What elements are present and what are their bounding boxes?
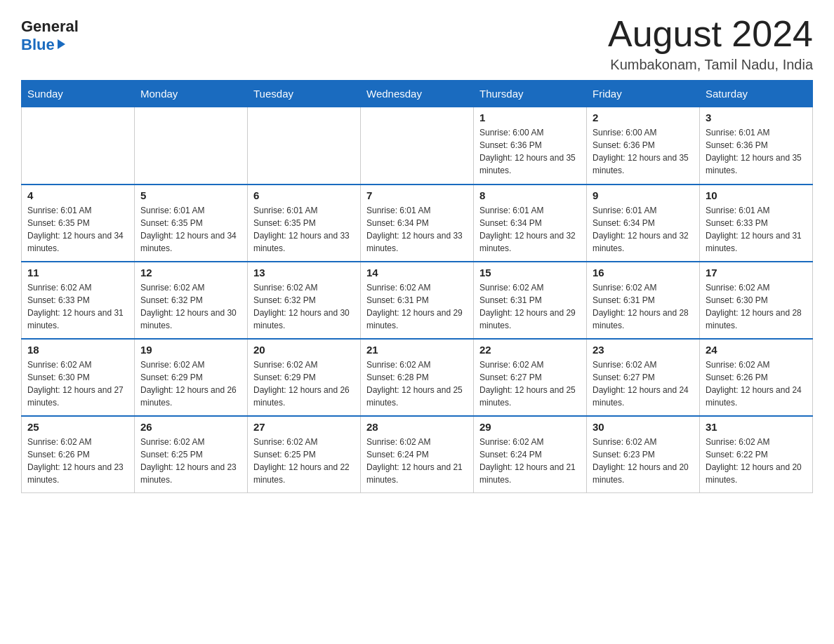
day-info: Sunrise: 6:02 AM Sunset: 6:29 PM Dayligh…	[253, 358, 355, 409]
day-number: 18	[27, 344, 128, 356]
title-area: August 2024 Kumbakonam, Tamil Nadu, Indi…	[608, 14, 813, 73]
calendar-week-row: 25Sunrise: 6:02 AM Sunset: 6:26 PM Dayli…	[22, 416, 813, 493]
day-info: Sunrise: 6:01 AM Sunset: 6:35 PM Dayligh…	[27, 204, 128, 255]
calendar-cell: 8Sunrise: 6:01 AM Sunset: 6:34 PM Daylig…	[474, 185, 587, 262]
calendar-cell: 4Sunrise: 6:01 AM Sunset: 6:35 PM Daylig…	[22, 185, 135, 262]
day-number: 9	[593, 189, 694, 201]
calendar-cell: 9Sunrise: 6:01 AM Sunset: 6:34 PM Daylig…	[587, 185, 700, 262]
day-info: Sunrise: 6:01 AM Sunset: 6:35 PM Dayligh…	[140, 204, 241, 255]
calendar-cell: 12Sunrise: 6:02 AM Sunset: 6:32 PM Dayli…	[135, 262, 248, 339]
day-info: Sunrise: 6:02 AM Sunset: 6:27 PM Dayligh…	[479, 358, 581, 409]
calendar-cell: 6Sunrise: 6:01 AM Sunset: 6:35 PM Daylig…	[248, 185, 361, 262]
day-number: 10	[706, 189, 807, 201]
calendar-cell: 30Sunrise: 6:02 AM Sunset: 6:23 PM Dayli…	[587, 416, 700, 493]
day-info: Sunrise: 6:02 AM Sunset: 6:28 PM Dayligh…	[366, 358, 468, 409]
day-info: Sunrise: 6:02 AM Sunset: 6:31 PM Dayligh…	[593, 281, 694, 332]
calendar-cell: 29Sunrise: 6:02 AM Sunset: 6:24 PM Dayli…	[474, 416, 587, 493]
day-info: Sunrise: 6:02 AM Sunset: 6:29 PM Dayligh…	[140, 358, 241, 409]
day-number: 6	[253, 189, 355, 201]
header-tuesday: Tuesday	[248, 81, 361, 107]
day-info: Sunrise: 6:02 AM Sunset: 6:26 PM Dayligh…	[27, 436, 128, 486]
calendar-week-row: 4Sunrise: 6:01 AM Sunset: 6:35 PM Daylig…	[22, 185, 813, 262]
header-saturday: Saturday	[700, 81, 813, 107]
header: General Blue August 2024 Kumbakonam, Tam…	[21, 14, 813, 73]
day-info: Sunrise: 6:02 AM Sunset: 6:25 PM Dayligh…	[140, 436, 241, 486]
day-number: 2	[593, 112, 694, 123]
day-info: Sunrise: 6:02 AM Sunset: 6:32 PM Dayligh…	[140, 281, 241, 332]
day-info: Sunrise: 6:02 AM Sunset: 6:27 PM Dayligh…	[593, 358, 694, 409]
header-friday: Friday	[587, 81, 700, 107]
day-number: 22	[479, 344, 581, 356]
logo-blue-text: Blue	[21, 36, 65, 54]
day-number: 1	[479, 112, 581, 123]
calendar-cell: 22Sunrise: 6:02 AM Sunset: 6:27 PM Dayli…	[474, 339, 587, 416]
day-number: 26	[140, 421, 241, 433]
day-number: 12	[140, 267, 241, 279]
day-info: Sunrise: 6:02 AM Sunset: 6:30 PM Dayligh…	[27, 358, 128, 409]
day-number: 29	[479, 421, 581, 433]
calendar-cell: 25Sunrise: 6:02 AM Sunset: 6:26 PM Dayli…	[22, 416, 135, 493]
day-info: Sunrise: 6:02 AM Sunset: 6:26 PM Dayligh…	[706, 358, 807, 409]
logo: General Blue	[21, 14, 79, 54]
day-info: Sunrise: 6:02 AM Sunset: 6:23 PM Dayligh…	[593, 436, 694, 486]
day-info: Sunrise: 6:01 AM Sunset: 6:33 PM Dayligh…	[706, 204, 807, 255]
day-info: Sunrise: 6:02 AM Sunset: 6:32 PM Dayligh…	[253, 281, 355, 332]
calendar-cell: 16Sunrise: 6:02 AM Sunset: 6:31 PM Dayli…	[587, 262, 700, 339]
day-info: Sunrise: 6:01 AM Sunset: 6:34 PM Dayligh…	[366, 204, 468, 255]
day-number: 16	[593, 267, 694, 279]
day-number: 14	[366, 267, 468, 279]
calendar-cell: 13Sunrise: 6:02 AM Sunset: 6:32 PM Dayli…	[248, 262, 361, 339]
month-year-title: August 2024	[608, 14, 813, 54]
day-number: 5	[140, 189, 241, 201]
day-info: Sunrise: 6:00 AM Sunset: 6:36 PM Dayligh…	[479, 126, 581, 177]
day-info: Sunrise: 6:01 AM Sunset: 6:34 PM Dayligh…	[479, 204, 581, 255]
header-monday: Monday	[135, 81, 248, 107]
calendar-cell	[248, 107, 361, 185]
day-number: 27	[253, 421, 355, 433]
calendar-header-row: Sunday Monday Tuesday Wednesday Thursday…	[22, 81, 813, 107]
calendar-cell: 1Sunrise: 6:00 AM Sunset: 6:36 PM Daylig…	[474, 107, 587, 185]
calendar-cell: 2Sunrise: 6:00 AM Sunset: 6:36 PM Daylig…	[587, 107, 700, 185]
calendar-cell: 14Sunrise: 6:02 AM Sunset: 6:31 PM Dayli…	[361, 262, 474, 339]
calendar-cell: 11Sunrise: 6:02 AM Sunset: 6:33 PM Dayli…	[22, 262, 135, 339]
day-number: 15	[479, 267, 581, 279]
calendar-cell: 17Sunrise: 6:02 AM Sunset: 6:30 PM Dayli…	[700, 262, 813, 339]
location-subtitle: Kumbakonam, Tamil Nadu, India	[608, 57, 813, 73]
calendar-cell: 15Sunrise: 6:02 AM Sunset: 6:31 PM Dayli…	[474, 262, 587, 339]
calendar-cell: 31Sunrise: 6:02 AM Sunset: 6:22 PM Dayli…	[700, 416, 813, 493]
calendar-week-row: 18Sunrise: 6:02 AM Sunset: 6:30 PM Dayli…	[22, 339, 813, 416]
day-number: 21	[366, 344, 468, 356]
calendar-cell: 21Sunrise: 6:02 AM Sunset: 6:28 PM Dayli…	[361, 339, 474, 416]
day-number: 4	[27, 189, 128, 201]
day-number: 19	[140, 344, 241, 356]
calendar-cell: 26Sunrise: 6:02 AM Sunset: 6:25 PM Dayli…	[135, 416, 248, 493]
day-info: Sunrise: 6:02 AM Sunset: 6:24 PM Dayligh…	[479, 436, 581, 486]
day-info: Sunrise: 6:02 AM Sunset: 6:33 PM Dayligh…	[27, 281, 128, 332]
day-info: Sunrise: 6:01 AM Sunset: 6:34 PM Dayligh…	[593, 204, 694, 255]
logo-triangle-icon	[58, 39, 65, 49]
calendar-cell: 7Sunrise: 6:01 AM Sunset: 6:34 PM Daylig…	[361, 185, 474, 262]
day-info: Sunrise: 6:02 AM Sunset: 6:31 PM Dayligh…	[366, 281, 468, 332]
day-number: 7	[366, 189, 468, 201]
day-number: 24	[706, 344, 807, 356]
day-info: Sunrise: 6:02 AM Sunset: 6:31 PM Dayligh…	[479, 281, 581, 332]
day-number: 13	[253, 267, 355, 279]
calendar-cell: 23Sunrise: 6:02 AM Sunset: 6:27 PM Dayli…	[587, 339, 700, 416]
day-number: 28	[366, 421, 468, 433]
day-number: 30	[593, 421, 694, 433]
header-wednesday: Wednesday	[361, 81, 474, 107]
day-number: 11	[27, 267, 128, 279]
calendar-cell	[22, 107, 135, 185]
day-info: Sunrise: 6:02 AM Sunset: 6:22 PM Dayligh…	[706, 436, 807, 486]
calendar-week-row: 11Sunrise: 6:02 AM Sunset: 6:33 PM Dayli…	[22, 262, 813, 339]
day-number: 8	[479, 189, 581, 201]
day-number: 3	[706, 112, 807, 123]
calendar-cell	[135, 107, 248, 185]
day-number: 20	[253, 344, 355, 356]
calendar-cell: 28Sunrise: 6:02 AM Sunset: 6:24 PM Dayli…	[361, 416, 474, 493]
calendar-cell: 5Sunrise: 6:01 AM Sunset: 6:35 PM Daylig…	[135, 185, 248, 262]
calendar-cell	[361, 107, 474, 185]
day-info: Sunrise: 6:01 AM Sunset: 6:35 PM Dayligh…	[253, 204, 355, 255]
header-thursday: Thursday	[474, 81, 587, 107]
calendar-table: Sunday Monday Tuesday Wednesday Thursday…	[21, 80, 813, 493]
